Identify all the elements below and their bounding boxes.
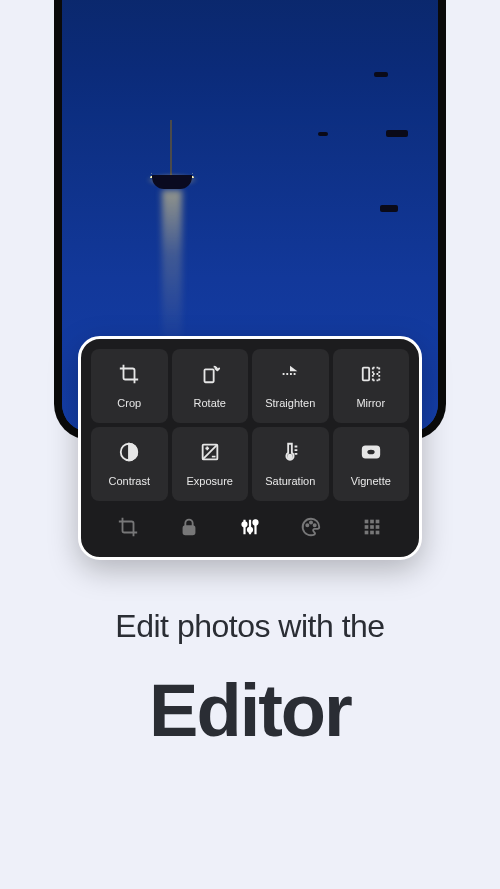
sliders-icon (239, 516, 261, 542)
svg-point-11 (306, 524, 308, 526)
distant-boat (318, 132, 328, 136)
tool-grid: Crop Rotate Straighten (91, 349, 409, 501)
vignette-button[interactable]: Vignette (333, 427, 410, 501)
svg-rect-19 (376, 525, 380, 529)
crop-icon (118, 363, 140, 389)
exposure-button[interactable]: Exposure (172, 427, 249, 501)
editor-tab-bar (91, 501, 409, 549)
marketing-title: Editor (0, 668, 500, 753)
crop-icon (117, 516, 139, 542)
contrast-button[interactable]: Contrast (91, 427, 168, 501)
straighten-button[interactable]: Straighten (252, 349, 329, 423)
crop-button[interactable]: Crop (91, 349, 168, 423)
distant-boat (380, 205, 398, 212)
svg-point-12 (310, 521, 312, 523)
tab-transform[interactable] (114, 515, 142, 543)
crop-label: Crop (117, 397, 141, 409)
svg-rect-15 (371, 520, 375, 524)
saturation-label: Saturation (265, 475, 315, 487)
svg-point-4 (288, 455, 292, 459)
tab-adjust[interactable] (236, 515, 264, 543)
vignette-icon (360, 441, 382, 467)
straighten-label: Straighten (265, 397, 315, 409)
boat-reflection (162, 190, 182, 350)
svg-point-6 (366, 449, 375, 455)
svg-rect-22 (376, 531, 380, 535)
lock-icon (178, 516, 200, 542)
grid-icon (361, 516, 383, 542)
mirror-label: Mirror (356, 397, 385, 409)
svg-point-13 (314, 524, 316, 526)
svg-point-9 (248, 528, 252, 532)
rotate-icon (199, 363, 221, 389)
tab-color[interactable] (297, 515, 325, 543)
svg-rect-17 (365, 525, 369, 529)
svg-point-10 (253, 520, 257, 524)
straighten-icon (279, 363, 301, 389)
mirror-button[interactable]: Mirror (333, 349, 410, 423)
saturation-button[interactable]: Saturation (252, 427, 329, 501)
tab-grid[interactable] (358, 515, 386, 543)
svg-rect-0 (204, 369, 213, 382)
mirror-icon (360, 363, 382, 389)
tab-lock[interactable] (175, 515, 203, 543)
contrast-icon (118, 441, 140, 467)
rotate-label: Rotate (194, 397, 226, 409)
exposure-icon (199, 441, 221, 467)
svg-rect-21 (371, 531, 375, 535)
distant-boat (386, 130, 408, 137)
vignette-label: Vignette (351, 475, 391, 487)
editor-panel: Crop Rotate Straighten (78, 336, 422, 560)
marketing-headline: Edit photos with the (0, 608, 500, 645)
exposure-label: Exposure (187, 475, 233, 487)
rotate-button[interactable]: Rotate (172, 349, 249, 423)
contrast-label: Contrast (108, 475, 150, 487)
boat (152, 175, 192, 189)
svg-rect-14 (365, 520, 369, 524)
distant-boat (374, 72, 388, 77)
svg-rect-16 (376, 520, 380, 524)
svg-point-8 (242, 522, 246, 526)
saturation-icon (279, 441, 301, 467)
svg-rect-20 (365, 531, 369, 535)
palette-icon (300, 516, 322, 542)
svg-rect-1 (363, 368, 369, 381)
svg-rect-7 (183, 526, 194, 534)
svg-rect-18 (371, 525, 375, 529)
